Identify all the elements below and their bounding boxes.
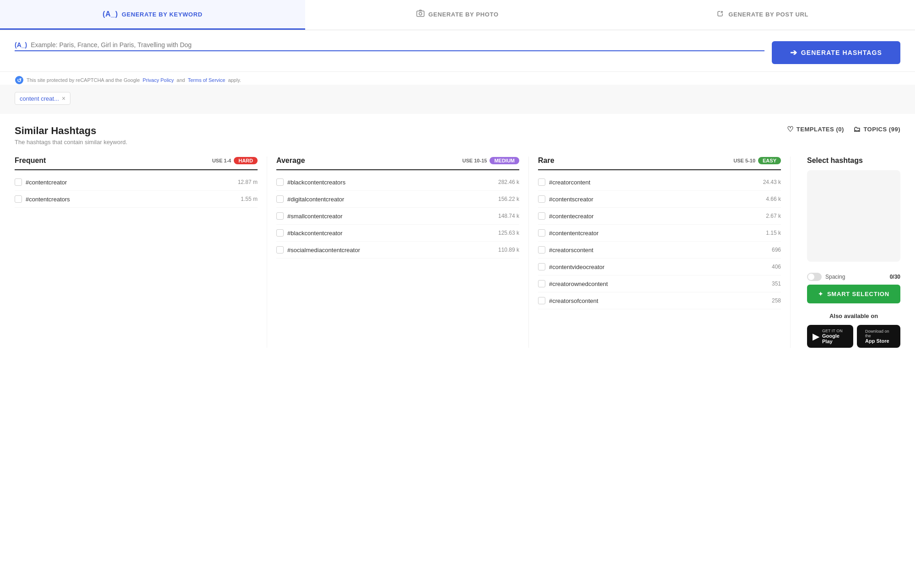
recaptcha-text-prefix: This site protected by reCAPTCHA and the… <box>27 77 140 83</box>
avg-row-blackcontentcreators: #blackcontentcreators 282.46 k <box>276 174 519 191</box>
active-tag-chip[interactable]: content creat... × <box>15 92 70 105</box>
hc-contentscreator: 4.66 k <box>766 196 781 202</box>
checkbox-contentcreator[interactable] <box>15 178 22 186</box>
templates-button[interactable]: ♡ TEMPLATES (0) <box>787 125 844 134</box>
terms-link[interactable]: Terms of Service <box>188 77 225 83</box>
tab-url[interactable]: GENERATE BY POST URL <box>610 0 915 30</box>
tab-keyword[interactable]: (A_) GENERATE BY KEYWORD <box>0 0 305 30</box>
rare-row-creatorcontent: #creatorcontent 24.43 k <box>538 174 781 191</box>
google-play-button[interactable]: ▶ GET IT ON Google Play <box>807 325 853 348</box>
rare-row-creatorscontent: #creatorscontent 696 <box>538 242 781 259</box>
generate-hashtags-button[interactable]: ➔ GENERATE HASHTAGS <box>772 41 900 64</box>
hard-badge: HARD <box>234 157 258 164</box>
hc-contentvideocreator: 406 <box>772 264 781 270</box>
checkbox-creatorsofcontent[interactable] <box>538 297 545 304</box>
tag-label: content creat... <box>20 95 59 102</box>
hn-creatorownedcontent: #creatorownedcontent <box>549 281 768 287</box>
checkbox-contentcreators[interactable] <box>15 195 22 203</box>
rare-col-meta: USE 5-10 EASY <box>733 157 781 164</box>
url-icon <box>716 9 725 19</box>
easy-badge: EASY <box>758 157 781 164</box>
google-play-sub: GET IT ON <box>822 329 848 333</box>
checkbox-contententcreator[interactable] <box>538 229 545 237</box>
checkbox-creatorcontent[interactable] <box>538 178 545 186</box>
avg-row-socialmediacontentcreator: #socialmediacontentcreator 110.89 k <box>276 242 519 259</box>
columns-wrapper: Frequent USE 1-4 HARD #contentcreator 12… <box>15 156 900 348</box>
smart-selection-button[interactable]: ✦ SMART SELECTION <box>807 285 900 303</box>
section-actions: ♡ TEMPLATES (0) 🗂 TOPICS (99) <box>787 125 900 134</box>
hc-contententcreator: 1.15 k <box>766 230 781 236</box>
app-buttons: ▶ GET IT ON Google Play Download on the … <box>807 325 900 348</box>
section-heading: Similar Hashtags <box>15 125 127 137</box>
topics-label: TOPICS (99) <box>863 126 900 133</box>
checkbox-smallcontentcreator[interactable] <box>276 212 284 220</box>
frequent-use-label: USE 1-4 <box>212 158 231 163</box>
hc-blackcontentcreator: 125.63 k <box>498 230 519 236</box>
hc-contentecreator: 2.67 k <box>766 213 781 219</box>
hn-creatorsofcontent: #creatorsofcontent <box>549 297 768 304</box>
hc-digitalcontentcreator: 156.22 k <box>498 196 519 202</box>
rare-column: Rare USE 5-10 EASY #creatorcontent 24.43… <box>538 156 791 348</box>
generate-btn-label: GENERATE HASHTAGS <box>801 49 882 56</box>
average-use-label: USE 10-15 <box>463 158 487 163</box>
hn-blackcontentcreator: #blackcontentcreator <box>287 230 495 237</box>
tag-close-icon[interactable]: × <box>62 95 65 102</box>
recaptcha-icon: ↺ <box>15 76 24 85</box>
input-prefix: (A_) <box>15 41 27 49</box>
hn-creatorcontent: #creatorcontent <box>549 179 759 186</box>
frequent-hashtag-contentcreators: #contentcreators 1.55 m <box>15 191 258 208</box>
smart-icon: ✦ <box>818 291 824 297</box>
average-col-title: Average <box>276 156 305 165</box>
checkbox-blackcontentcreator[interactable] <box>276 229 284 237</box>
checkbox-socialmediacontentcreator[interactable] <box>276 246 284 254</box>
selected-hashtags-area <box>807 170 900 262</box>
select-panel-title: Select hashtags <box>807 156 900 165</box>
photo-icon <box>416 10 425 19</box>
frequent-col-meta: USE 1-4 HARD <box>212 157 258 164</box>
spacing-toggle[interactable] <box>807 273 822 281</box>
checkbox-creatorscontent[interactable] <box>538 246 545 254</box>
recaptcha-suffix: apply. <box>228 77 241 83</box>
checkbox-contentecreator[interactable] <box>538 212 545 220</box>
checkbox-blackcontentcreators[interactable] <box>276 178 284 186</box>
hn-contentvideocreator: #contentvideocreator <box>549 264 768 270</box>
tab-photo[interactable]: GENERATE BY PHOTO <box>305 0 610 30</box>
checkbox-digitalcontentcreator[interactable] <box>276 195 284 203</box>
rare-col-header: Rare USE 5-10 EASY <box>538 156 781 170</box>
keyword-icon: (A_) <box>102 10 118 18</box>
checkbox-contentscreator[interactable] <box>538 195 545 203</box>
topics-button[interactable]: 🗂 TOPICS (99) <box>853 125 900 134</box>
spacing-count: 0/30 <box>890 274 900 280</box>
hn-digitalcontentcreator: #digitalcontentcreator <box>287 196 495 203</box>
frequent-col-header: Frequent USE 1-4 HARD <box>15 156 258 170</box>
hashtag-name-contentcreator: #contentcreator <box>26 179 234 186</box>
heart-icon: ♡ <box>787 125 794 134</box>
svg-text:↺: ↺ <box>17 77 22 84</box>
checkbox-creatorownedcontent[interactable] <box>538 280 545 287</box>
recaptcha-and: and <box>177 77 185 83</box>
rare-row-contententcreator: #contententcreator 1.15 k <box>538 225 781 242</box>
hashtag-count-contentcreator: 12.87 m <box>238 179 258 185</box>
hashtag-count-contentcreators: 1.55 m <box>241 196 258 202</box>
app-store-button[interactable]: Download on the App Store <box>857 325 900 348</box>
section-subtitle: The hashtags that contain similar keywor… <box>15 139 127 146</box>
rare-row-creatorownedcontent: #creatorownedcontent 351 <box>538 275 781 292</box>
svg-point-1 <box>419 12 422 15</box>
rare-row-contentvideocreator: #contentvideocreator 406 <box>538 259 781 275</box>
hc-creatorownedcontent: 351 <box>772 281 781 287</box>
hc-blackcontentcreators: 282.46 k <box>498 179 519 185</box>
average-col-meta: USE 10-15 MEDIUM <box>463 157 519 164</box>
hc-creatorsofcontent: 258 <box>772 297 781 304</box>
average-col-header: Average USE 10-15 MEDIUM <box>276 156 519 170</box>
avg-row-smallcontentcreator: #smallcontentcreator 148.74 k <box>276 208 519 225</box>
privacy-policy-link[interactable]: Privacy Policy <box>143 77 174 83</box>
hc-socialmediacontentcreator: 110.89 k <box>498 247 519 253</box>
rare-row-contentscreator: #contentscreator 4.66 k <box>538 191 781 208</box>
hn-creatorscontent: #creatorscontent <box>549 247 768 254</box>
hc-creatorscontent: 696 <box>772 247 781 253</box>
tag-area: content creat... × <box>0 85 915 114</box>
checkbox-contentvideocreator[interactable] <box>538 263 545 270</box>
search-input[interactable] <box>31 41 764 49</box>
hn-contentscreator: #contentscreator <box>549 196 762 203</box>
app-store-text: Download on the App Store <box>865 329 895 344</box>
